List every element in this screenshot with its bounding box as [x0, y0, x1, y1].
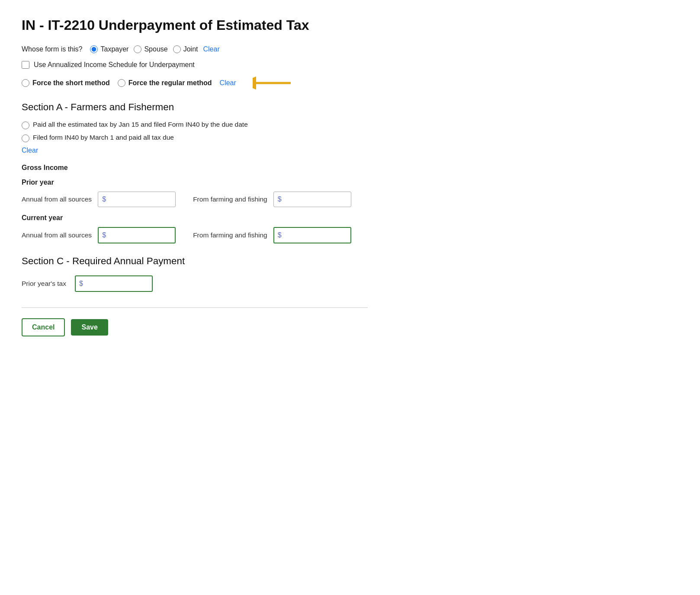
farmers-option2-radio[interactable]: [22, 134, 29, 142]
clear-farmers-button[interactable]: Clear: [22, 147, 38, 154]
page-title: IN - IT-2210 Underpayment of Estimated T…: [22, 17, 368, 33]
current-farming-label: From farming and fishing: [193, 231, 267, 239]
prior-annual-sources-input[interactable]: [98, 192, 176, 207]
annualized-label[interactable]: Use Annualized Income Schedule for Under…: [34, 61, 195, 69]
save-button[interactable]: Save: [71, 319, 108, 336]
section-a-option-2: Filed form IN40 by March 1 and paid all …: [22, 134, 368, 142]
prior-year-row: Annual from all sources $ From farming a…: [22, 192, 368, 207]
current-annual-sources-label: Annual from all sources: [22, 231, 92, 239]
footer-divider: [22, 307, 368, 308]
gross-income-label: Gross Income: [22, 164, 368, 172]
gross-income-section: Gross Income Prior year Annual from all …: [22, 164, 368, 243]
annualized-checkbox-row: Use Annualized Income Schedule for Under…: [22, 61, 368, 69]
section-a: Section A - Farmers and Fishermen Paid a…: [22, 102, 368, 154]
current-farming-dollar-sign: $: [278, 231, 282, 239]
farmers-option1-text: Paid all the estimated tax by Jan 15 and…: [33, 121, 248, 128]
prior-farming-input[interactable]: [273, 192, 351, 207]
arrow-indicator: [253, 77, 292, 90]
current-annual-sources-input-wrapper: $: [98, 227, 176, 243]
prior-year-tax-dollar-sign: $: [79, 280, 83, 288]
prior-year-tax-input-wrapper: $: [75, 275, 153, 292]
prior-year-tax-input[interactable]: [75, 275, 153, 292]
current-year-label: Current year: [22, 214, 368, 222]
cancel-button[interactable]: Cancel: [22, 318, 65, 336]
method-row: Force the short method Force the regular…: [22, 77, 368, 90]
whose-form-row: Whose form is this? Taxpayer Spouse Join…: [22, 45, 368, 53]
spouse-radio[interactable]: [134, 45, 141, 53]
prior-year-tax-label: Prior year's tax: [22, 280, 66, 288]
short-method-label[interactable]: Force the short method: [22, 79, 110, 87]
prior-annual-sources-field: Annual from all sources $: [22, 192, 176, 207]
joint-radio[interactable]: [173, 45, 181, 53]
regular-method-text: Force the regular method: [128, 79, 212, 87]
current-year-row: Annual from all sources $ From farming a…: [22, 227, 368, 243]
annualized-checkbox[interactable]: [22, 61, 29, 69]
arrow-icon: [253, 77, 292, 90]
regular-method-radio[interactable]: [118, 79, 125, 87]
farmers-option2-text: Filed form IN40 by March 1 and paid all …: [33, 134, 174, 141]
prior-farming-label: From farming and fishing: [193, 195, 267, 203]
short-method-text: Force the short method: [32, 79, 110, 87]
current-annual-sources-field: Annual from all sources $: [22, 227, 176, 243]
prior-farming-input-wrapper: $: [273, 192, 351, 207]
prior-farming-field: From farming and fishing $: [193, 192, 351, 207]
prior-year-label: Prior year: [22, 179, 368, 186]
farmers-option1-radio[interactable]: [22, 122, 29, 129]
section-a-option-1: Paid all the estimated tax by Jan 15 and…: [22, 121, 368, 129]
prior-annual-dollar-sign: $: [102, 195, 106, 203]
section-a-title: Section A - Farmers and Fishermen: [22, 102, 368, 113]
prior-annual-sources-input-wrapper: $: [98, 192, 176, 207]
joint-radio-label[interactable]: Joint: [173, 45, 198, 53]
current-annual-dollar-sign: $: [102, 231, 106, 239]
prior-annual-sources-label: Annual from all sources: [22, 195, 92, 203]
clear-whose-form-button[interactable]: Clear: [203, 45, 219, 53]
current-farming-input[interactable]: [273, 227, 351, 243]
taxpayer-radio-label[interactable]: Taxpayer: [90, 45, 128, 53]
current-annual-sources-input[interactable]: [98, 227, 176, 243]
taxpayer-radio[interactable]: [90, 45, 98, 53]
section-c: Section C - Required Annual Payment Prio…: [22, 256, 368, 292]
prior-farming-dollar-sign: $: [278, 195, 282, 203]
prior-year-tax-row: Prior year's tax $: [22, 275, 368, 292]
regular-method-label[interactable]: Force the regular method: [118, 79, 212, 87]
joint-label: Joint: [183, 45, 198, 53]
spouse-label: Spouse: [144, 45, 167, 53]
section-c-title: Section C - Required Annual Payment: [22, 256, 368, 267]
short-method-radio[interactable]: [22, 79, 29, 87]
clear-method-button[interactable]: Clear: [220, 79, 236, 87]
whose-form-label: Whose form is this?: [22, 45, 82, 53]
footer-buttons: Cancel Save: [22, 318, 368, 336]
taxpayer-label: Taxpayer: [100, 45, 128, 53]
current-farming-field: From farming and fishing $: [193, 227, 351, 243]
section-a-options: Paid all the estimated tax by Jan 15 and…: [22, 121, 368, 142]
current-farming-input-wrapper: $: [273, 227, 351, 243]
spouse-radio-label[interactable]: Spouse: [134, 45, 167, 53]
